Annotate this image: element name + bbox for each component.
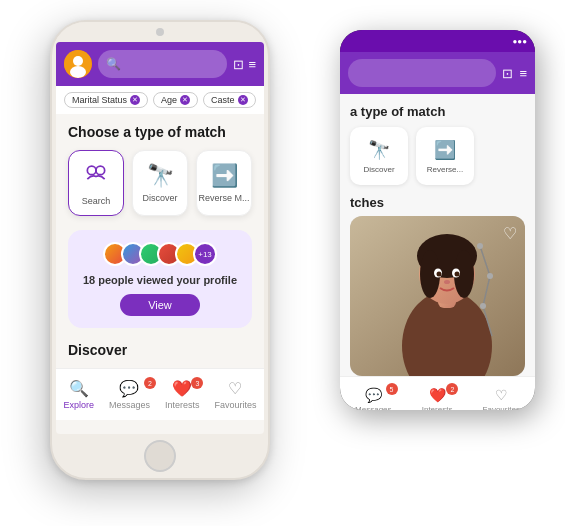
nav-bar-back: 💬 5 Messages ❤️ 2 Interests ♡ Favourites — [340, 376, 535, 410]
interests-badge-back: 2 — [446, 383, 458, 395]
chip-caste-close[interactable]: ✕ — [238, 95, 248, 105]
interests-label: Interests — [165, 400, 200, 410]
search-bar-front[interactable]: 🔍 — [98, 50, 227, 78]
interests-icon-back: ❤️ — [429, 387, 446, 403]
reverse-icon: ➡️ — [211, 163, 238, 189]
svg-point-17 — [480, 303, 486, 309]
interests-nav-badge: 3 — [191, 377, 203, 389]
extra-count-badge: +13 — [193, 242, 217, 266]
messages-icon-back: 💬 — [365, 387, 382, 403]
svg-point-21 — [87, 166, 96, 175]
user-avatar[interactable] — [64, 50, 92, 78]
heart-icon-back[interactable]: ♡ — [503, 224, 517, 243]
woman-photo-svg — [350, 216, 525, 376]
matches-section-back: tches — [350, 195, 525, 376]
favourites-label-back: Favourites — [483, 405, 520, 410]
match-photo-container: ♡ — [350, 216, 525, 376]
chip-age[interactable]: Age ✕ — [153, 92, 198, 108]
messages-icon: 💬 — [119, 379, 139, 398]
app-bar-back: ⊡ ≡ — [340, 52, 535, 94]
matches-label-back: tches — [350, 195, 525, 210]
app-bar-front: 🔍 ⊡ ≡ — [56, 42, 264, 86]
messages-label: Messages — [109, 400, 150, 410]
svg-point-9 — [437, 272, 442, 277]
discover-label-back: Discover — [363, 165, 394, 174]
discover-card-label: Discover — [142, 193, 177, 203]
messages-nav-badge: 2 — [144, 377, 156, 389]
reverse-card-label: Reverse M... — [198, 193, 249, 203]
discover-icon: 🔭 — [147, 163, 174, 189]
filter-icon-back[interactable]: ≡ — [519, 66, 527, 81]
explore-icon: 🔍 — [69, 379, 89, 398]
svg-point-15 — [477, 243, 483, 249]
messages-label-back: Messages — [355, 405, 391, 410]
chip-marital[interactable]: Marital Status ✕ — [64, 92, 148, 108]
svg-point-22 — [96, 166, 105, 175]
home-button[interactable] — [144, 440, 176, 472]
match-types-back: 🔭 Discover ➡️ Reverse... — [350, 127, 525, 185]
favourites-icon: ♡ — [228, 379, 242, 398]
nav-item-interests[interactable]: ❤️ 3 Interests — [165, 379, 200, 410]
views-text: 18 people viewed your profile — [83, 274, 237, 286]
app-bar-icons-back: ⊡ ≡ — [502, 66, 527, 81]
nav-item-favourites[interactable]: ♡ Favourites — [214, 379, 256, 410]
status-bar-back: ●●● — [340, 30, 535, 52]
nav-item-favourites-back[interactable]: ♡ Favourites — [483, 387, 520, 410]
view-button[interactable]: View — [120, 294, 200, 316]
back-phone: ●●● ⊡ ≡ a type of match 🔭 Discover ➡️ Re… — [340, 30, 535, 410]
reverse-label-back: Reverse... — [427, 165, 463, 174]
nav-item-explore[interactable]: 🔍 Explore — [63, 379, 94, 410]
chip-caste-label: Caste — [211, 95, 235, 105]
chip-age-label: Age — [161, 95, 177, 105]
save-icon-back[interactable]: ⊡ — [502, 66, 513, 81]
avatar-row: +13 — [103, 242, 217, 266]
search-bar-back[interactable] — [348, 59, 496, 87]
match-card-search[interactable]: Search — [68, 150, 124, 216]
match-card-discover-back[interactable]: 🔭 Discover — [350, 127, 408, 185]
choose-match-heading: Choose a type of match — [68, 124, 252, 140]
search-match-icon — [83, 160, 109, 192]
discover-icon-back: 🔭 — [368, 139, 390, 161]
chip-marital-label: Marital Status — [72, 95, 127, 105]
save-icon-front[interactable]: ⊡ — [233, 57, 244, 72]
reverse-icon-back: ➡️ — [434, 139, 456, 161]
filter-chips-row: Marital Status ✕ Age ✕ Caste ✕ — [56, 86, 264, 114]
nav-item-messages[interactable]: 💬 2 Messages — [109, 379, 150, 410]
match-card-discover[interactable]: 🔭 Discover — [132, 150, 188, 216]
filter-icon-front[interactable]: ≡ — [248, 57, 256, 72]
camera-dot — [156, 28, 164, 36]
chip-marital-close[interactable]: ✕ — [130, 95, 140, 105]
search-icon: 🔍 — [106, 57, 121, 71]
front-phone: 🔍 ⊡ ≡ Marital Status ✕ Age ✕ Caste — [50, 20, 270, 480]
scene: ●●● ⊡ ≡ a type of match 🔭 Discover ➡️ Re… — [0, 0, 565, 526]
inner-screen: 🔍 ⊡ ≡ Marital Status ✕ Age ✕ Caste — [56, 42, 264, 434]
interests-label-back: Interests — [422, 405, 453, 410]
messages-badge-back: 5 — [386, 383, 398, 395]
explore-label: Explore — [63, 400, 94, 410]
chip-caste[interactable]: Caste ✕ — [203, 92, 256, 108]
notch-area — [52, 22, 268, 42]
svg-point-20 — [70, 66, 86, 78]
nav-item-messages-back[interactable]: 💬 5 Messages — [355, 387, 391, 410]
svg-point-16 — [487, 273, 493, 279]
favourites-icon-back: ♡ — [495, 387, 508, 403]
content-front: Choose a type of match Search — [56, 114, 264, 368]
svg-point-11 — [444, 280, 450, 284]
svg-point-10 — [455, 272, 460, 277]
profile-views-banner: +13 18 people viewed your profile View — [68, 230, 252, 328]
interests-icon: ❤️ — [172, 379, 192, 398]
nav-bar-front: 🔍 Explore 💬 2 Messages ❤️ 3 Interests ♡ … — [56, 368, 264, 420]
nav-item-interests-back[interactable]: ❤️ 2 Interests — [422, 387, 453, 410]
match-card-reverse[interactable]: ➡️ Reverse M... — [196, 150, 252, 216]
match-cards-row: Search 🔭 Discover ➡️ Reverse M... — [68, 150, 252, 216]
match-card-reverse-back[interactable]: ➡️ Reverse... — [416, 127, 474, 185]
svg-point-19 — [73, 56, 83, 66]
search-card-label: Search — [82, 196, 111, 206]
chip-age-close[interactable]: ✕ — [180, 95, 190, 105]
favourites-label: Favourites — [214, 400, 256, 410]
section-title-back: a type of match — [350, 104, 525, 119]
app-bar-icons-front: ⊡ ≡ — [233, 57, 256, 72]
discover-heading: Discover — [68, 342, 252, 358]
